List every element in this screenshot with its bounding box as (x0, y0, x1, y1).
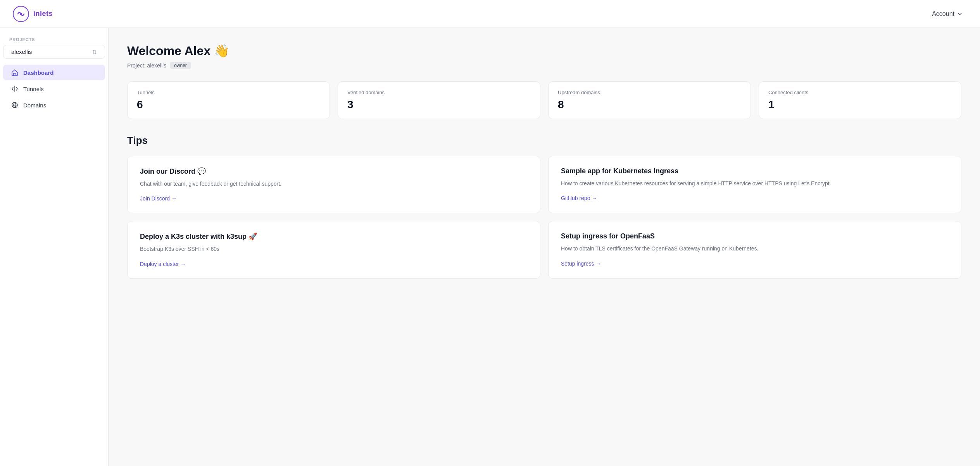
stat-label-upstream-domains: Upstream domains (558, 90, 741, 95)
stat-label-verified-domains: Verified domains (347, 90, 531, 95)
sidebar-item-domains[interactable]: Domains (3, 97, 105, 113)
stat-value-connected-clients: 1 (768, 98, 952, 111)
chevron-down-icon (957, 11, 963, 17)
tip-title-discord: Join our Discord 💬 (140, 167, 528, 176)
tip-title-openfaas: Setup ingress for OpenFaaS (561, 232, 949, 240)
sidebar: Projects alexellis ⇅ Dashboard Tunnels (0, 28, 109, 466)
stat-value-verified-domains: 3 (347, 98, 531, 111)
project-selector[interactable]: alexellis ⇅ (3, 45, 105, 59)
tip-link-discord[interactable]: Join Discord → (140, 195, 177, 202)
tips-heading: Tips (127, 135, 961, 147)
project-label-text: Project: alexellis (127, 62, 166, 69)
sidebar-nav: Dashboard Tunnels Domains (0, 65, 108, 113)
stat-card-tunnels: Tunnels 6 (127, 81, 330, 119)
tip-desc-kubernetes: How to create various Kubernetes resourc… (561, 179, 949, 188)
topnav: inlets Account (0, 0, 980, 28)
stat-card-connected-clients: Connected clients 1 (759, 81, 961, 119)
stat-value-upstream-domains: 8 (558, 98, 741, 111)
account-label: Account (932, 10, 954, 17)
tip-card-discord: Join our Discord 💬 Chat with our team, g… (127, 156, 540, 213)
projects-label: Projects (0, 37, 108, 42)
layout: Projects alexellis ⇅ Dashboard Tunnels (0, 28, 980, 466)
logo-text: inlets (33, 10, 53, 18)
stat-label-tunnels: Tunnels (137, 90, 320, 95)
tip-desc-openfaas: How to obtain TLS certificates for the O… (561, 244, 949, 253)
sidebar-item-dashboard[interactable]: Dashboard (3, 65, 105, 80)
tips-grid: Join our Discord 💬 Chat with our team, g… (127, 156, 961, 279)
tip-title-kubernetes: Sample app for Kubernetes Ingress (561, 167, 949, 175)
tip-link-kubernetes[interactable]: GitHub repo → (561, 195, 597, 201)
svg-point-1 (20, 13, 22, 15)
sort-icon: ⇅ (92, 49, 97, 55)
home-icon (11, 69, 19, 76)
stat-card-upstream-domains: Upstream domains 8 (548, 81, 751, 119)
stat-value-tunnels: 6 (137, 98, 320, 111)
stats-row: Tunnels 6 Verified domains 3 Upstream do… (127, 81, 961, 119)
tip-title-k3s: Deploy a K3s cluster with k3sup 🚀 (140, 232, 528, 241)
tip-desc-discord: Chat with our team, give feedback or get… (140, 179, 528, 188)
logo-area: inlets (12, 5, 53, 22)
welcome-heading: Welcome Alex 👋 (127, 43, 961, 58)
owner-badge: owner (170, 62, 191, 69)
account-button[interactable]: Account (927, 7, 968, 21)
sidebar-item-tunnels-label: Tunnels (23, 86, 44, 92)
tip-desc-k3s: Bootstrap K3s over SSH in < 60s (140, 245, 528, 253)
tip-card-kubernetes: Sample app for Kubernetes Ingress How to… (548, 156, 961, 213)
stat-label-connected-clients: Connected clients (768, 90, 952, 95)
main-content: Welcome Alex 👋 Project: alexellis owner … (109, 28, 980, 466)
project-badge-row: Project: alexellis owner (127, 62, 961, 69)
stat-card-verified-domains: Verified domains 3 (338, 81, 540, 119)
sidebar-item-domains-label: Domains (23, 102, 46, 109)
tunnels-icon (11, 85, 19, 93)
tip-card-openfaas: Setup ingress for OpenFaaS How to obtain… (548, 221, 961, 278)
tip-link-k3s[interactable]: Deploy a cluster → (140, 261, 186, 267)
globe-icon (11, 101, 19, 109)
inlets-logo-icon (12, 5, 29, 22)
project-name: alexellis (11, 48, 32, 55)
tip-link-openfaas[interactable]: Setup ingress → (561, 261, 601, 267)
sidebar-item-dashboard-label: Dashboard (23, 69, 53, 76)
tip-card-k3s: Deploy a K3s cluster with k3sup 🚀 Bootst… (127, 221, 540, 278)
sidebar-item-tunnels[interactable]: Tunnels (3, 81, 105, 97)
